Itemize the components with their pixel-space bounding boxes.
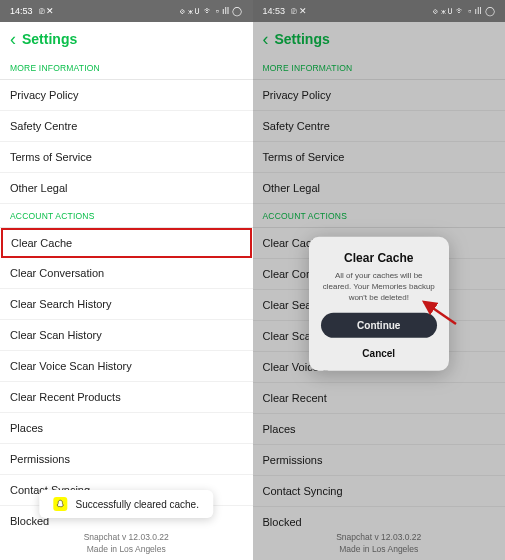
list-item[interactable]: Other Legal [0,173,253,204]
cancel-button[interactable]: Cancel [321,344,437,361]
status-bar: 14:53 ⎚ ✕ ⊘ ⁎ ⋃ ᯤ ▫ ıll ◯ [0,0,253,22]
list-item[interactable]: Permissions [0,444,253,475]
phone-left: 14:53 ⎚ ✕ ⊘ ⁎ ⋃ ᯤ ▫ ıll ◯ ‹ Settings MOR… [0,0,253,560]
status-time: 14:53 [263,6,286,16]
continue-button[interactable]: Continue [321,313,437,338]
back-icon[interactable]: ‹ [10,29,16,50]
list-item[interactable]: Clear Scan History [0,320,253,351]
list-item[interactable]: Safety Centre [0,111,253,142]
list-item[interactable]: Clear Conversation [0,258,253,289]
phone-right: 14:53 ⎚ ✕ ⊘ ⁎ ⋃ ᯤ ▫ ıll ◯ ‹ Settings MOR… [253,0,506,560]
status-right-icons: ⊘ ⁎ ⋃ ᯤ ▫ ıll ◯ [180,6,242,16]
footer: Snapchat v 12.03.0.22 Made in Los Angele… [0,526,253,560]
modal-title: Clear Cache [321,251,437,265]
list-item[interactable]: Clear Recent Products [0,382,253,413]
list-item[interactable]: Terms of Service [0,142,253,173]
list-item[interactable]: Clear Voice Scan History [0,351,253,382]
list-item[interactable]: Places [0,413,253,444]
footer-version: Snapchat v 12.03.0.22 [0,532,253,544]
status-time: 14:53 [10,6,33,16]
header: ‹ Settings [0,22,253,56]
status-left-icons: ⎚ ✕ [39,6,55,16]
footer-location: Made in Los Angeles [0,544,253,556]
status-right-icons: ⊘ ⁎ ⋃ ᯤ ▫ ıll ◯ [433,6,495,16]
toast-text: Successfully cleared cache. [76,499,199,510]
list-item[interactable]: Clear Search History [0,289,253,320]
snapchat-icon [54,497,68,511]
section-more-info: MORE INFORMATION [0,56,253,79]
status-left-icons: ⎚ ✕ [291,6,307,16]
clear-cache-modal: Clear Cache All of your caches will be c… [309,237,449,371]
modal-body: All of your caches will be cleared. Your… [321,271,437,303]
list-item[interactable]: Privacy Policy [0,80,253,111]
status-bar: 14:53 ⎚ ✕ ⊘ ⁎ ⋃ ᯤ ▫ ıll ◯ [253,0,506,22]
toast: Successfully cleared cache. [40,490,213,518]
page-title: Settings [22,31,77,47]
section-account-actions: ACCOUNT ACTIONS [0,204,253,227]
clear-cache-item[interactable]: Clear Cache [1,228,252,258]
